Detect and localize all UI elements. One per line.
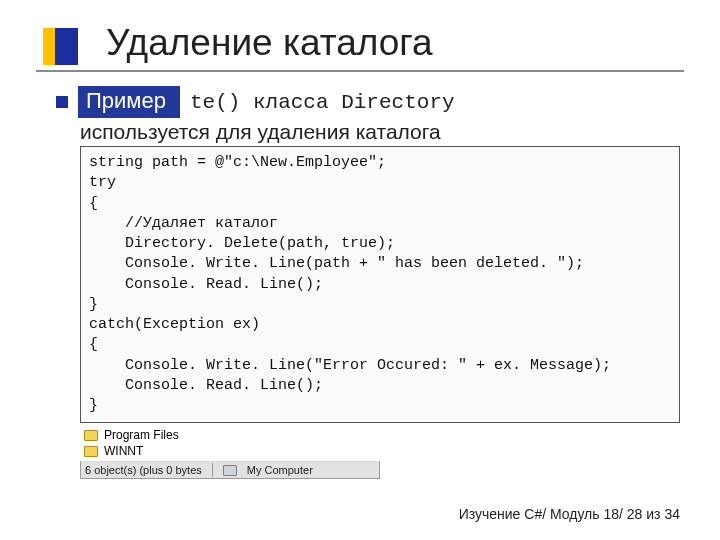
explorer-row-program-files: Program Files <box>80 427 380 443</box>
example-badge: Пример <box>78 86 180 118</box>
status-right-text: My Computer <box>247 464 313 476</box>
folder-icon <box>84 446 98 457</box>
slide-footer: Изучение C#/ Модуль 18/ 28 из 34 <box>459 506 680 522</box>
explorer-row-label: Program Files <box>104 428 179 442</box>
explorer-status-bar: 6 object(s) (plus 0 bytes My Computer <box>80 461 380 479</box>
partial-code-text: te() класса Directory <box>190 91 455 114</box>
explorer-row-label: WINNT <box>104 444 143 458</box>
title-accent-yellow <box>43 28 55 65</box>
slide-title: Удаление каталога <box>106 22 684 64</box>
explorer-row-winnt: WINNT <box>80 443 380 459</box>
status-left-text: 6 object(s) (plus 0 bytes <box>85 464 202 476</box>
status-separator <box>212 463 213 477</box>
title-underline <box>36 70 684 72</box>
explorer-fragment: Program Files WINNT 6 object(s) (plus 0 … <box>80 427 380 479</box>
sub-description: используется для удаления каталога <box>80 120 684 144</box>
code-block: string path = @"c:\New.Employee"; try { … <box>80 146 680 423</box>
folder-icon <box>84 430 98 441</box>
bullet-square <box>56 96 68 108</box>
computer-icon <box>223 465 237 476</box>
